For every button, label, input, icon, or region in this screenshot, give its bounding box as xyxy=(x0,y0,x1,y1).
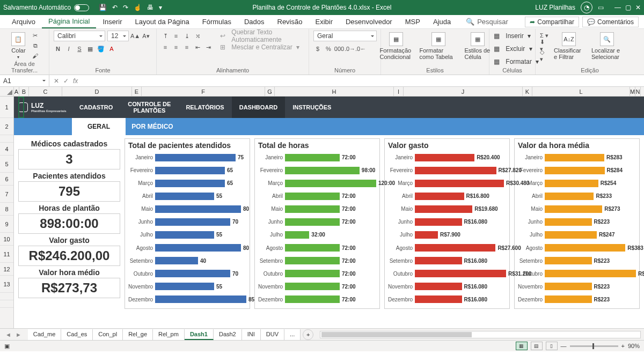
font-size-combo[interactable]: 12 xyxy=(107,31,129,41)
horizontal-scrollbar[interactable] xyxy=(320,331,641,338)
format-as-table-button[interactable]: ▦Formatar como Tabela xyxy=(418,31,459,61)
col-header-E[interactable]: E xyxy=(132,87,142,96)
formula-input[interactable] xyxy=(82,75,644,86)
decrease-decimal-icon[interactable]: .0← xyxy=(356,45,365,53)
subnav-item[interactable]: POR MÉDICO xyxy=(126,118,179,135)
align-bottom-icon[interactable]: ⤓ xyxy=(182,32,191,40)
col-header-N[interactable]: N xyxy=(635,87,641,96)
fill-color-icon[interactable]: 🪣 xyxy=(97,45,105,53)
align-right-icon[interactable]: ≡ xyxy=(182,43,191,51)
font-name-combo[interactable]: Calibri xyxy=(54,31,105,41)
row-headers[interactable]: 1245678910111213 xyxy=(0,97,14,328)
accounting-format-icon[interactable]: $ xyxy=(313,45,322,53)
col-header-J[interactable]: J xyxy=(404,87,523,96)
border-icon[interactable]: ▦ xyxy=(86,45,94,53)
col-header-I[interactable]: I xyxy=(394,87,404,96)
col-header-F[interactable]: F xyxy=(142,87,265,96)
sheet-tab[interactable]: Rel_ge xyxy=(123,329,153,340)
row-header[interactable]: 2 xyxy=(0,118,13,135)
worksheet[interactable]: LUZ Planilhas Empresariais CADASTROCONTR… xyxy=(14,97,644,328)
sheet-tab[interactable]: DUV xyxy=(261,329,284,340)
minimize-icon[interactable]: — xyxy=(614,4,621,11)
zoom-out-button[interactable]: — xyxy=(561,343,567,349)
macro-record-icon[interactable]: ▣ xyxy=(4,343,10,350)
cancel-formula-icon[interactable]: ✕ xyxy=(54,77,59,85)
row-header[interactable]: 5 xyxy=(0,156,13,173)
sheet-tab[interactable]: Cad_me xyxy=(28,329,62,340)
align-top-icon[interactable]: ⤒ xyxy=(161,32,170,40)
row-header[interactable]: 10 xyxy=(0,233,13,246)
italic-icon[interactable]: I xyxy=(64,45,73,53)
underline-icon[interactable]: S xyxy=(75,45,84,53)
touch-mode-icon[interactable]: ☝ xyxy=(134,4,142,11)
zoom-level[interactable]: 90% xyxy=(628,343,640,349)
align-center-icon[interactable]: ≡ xyxy=(172,43,180,51)
comma-format-icon[interactable]: 000 xyxy=(335,45,343,53)
dashnav-item[interactable]: INSTRUÇÕES xyxy=(285,97,339,118)
ribbon-tab-arquivo[interactable]: Arquivo xyxy=(5,15,42,28)
row-header[interactable]: 9 xyxy=(0,216,13,233)
print-icon[interactable]: 🖶 xyxy=(147,4,153,11)
sheet-tab[interactable]: Dash1 xyxy=(185,329,214,340)
ribbon-tab-desenvolvedor[interactable]: Desenvolvedor xyxy=(339,15,399,28)
number-format-combo[interactable]: Geral xyxy=(313,31,377,41)
clear-icon[interactable]: ◇ ▾ xyxy=(540,51,548,60)
delete-cells-button[interactable]: ▦ Excluir ▾ xyxy=(494,44,532,54)
dashnav-item[interactable]: DASHBOARD xyxy=(232,97,286,118)
ribbon-tab-dados[interactable]: Dados xyxy=(238,15,271,28)
format-painter-icon[interactable]: 🖌 xyxy=(31,51,40,60)
ribbon-tab-ajuda[interactable]: Ajuda xyxy=(427,15,457,28)
enter-formula-icon[interactable]: ✓ xyxy=(63,77,69,85)
row-header[interactable] xyxy=(0,300,13,308)
sheet-tab[interactable]: Con_pl xyxy=(93,329,123,340)
row-header[interactable]: 6 xyxy=(0,173,13,186)
ribbon-tab-fórmulas[interactable]: Fórmulas xyxy=(196,15,238,28)
row-header[interactable]: 4 xyxy=(0,143,13,156)
save-icon[interactable]: 💾 xyxy=(99,4,107,11)
col-header-H[interactable]: H xyxy=(275,87,394,96)
paste-button[interactable]: 📋 Colar ▾ xyxy=(9,31,27,61)
sheet-tab[interactable]: Cad_es xyxy=(61,329,93,340)
fx-icon[interactable]: fx xyxy=(73,77,78,85)
col-header-B[interactable]: B xyxy=(19,87,29,96)
increase-indent-icon[interactable]: ⇥ xyxy=(204,43,213,51)
find-select-button[interactable]: 🔍Localizar e Selecionar xyxy=(589,31,625,61)
new-sheet-button[interactable]: + xyxy=(303,329,313,340)
conditional-formatting-button[interactable]: ▦Formatação Condicional xyxy=(378,31,414,61)
zoom-in-button[interactable]: + xyxy=(621,343,625,349)
qat-dropdown-icon[interactable]: ▾ xyxy=(159,4,162,11)
col-header-C[interactable]: C xyxy=(29,87,62,96)
row-header[interactable] xyxy=(0,293,13,300)
row-header[interactable]: 1 xyxy=(0,97,13,118)
col-header-A[interactable]: A xyxy=(14,87,19,96)
format-cells-button[interactable]: ▦ Formatar ▾ xyxy=(494,57,539,67)
col-header-M[interactable]: M xyxy=(630,87,635,96)
wrap-text-button[interactable]: ↩ Quebrar Texto Automaticamente xyxy=(220,31,304,41)
col-header-L[interactable]: L xyxy=(532,87,630,96)
ribbon-display-icon[interactable]: ▭ xyxy=(598,4,604,11)
decrease-font-icon[interactable]: A▾ xyxy=(142,32,150,40)
ribbon-tab-layout-da-página[interactable]: Layout da Página xyxy=(129,15,196,28)
column-headers[interactable]: ABCDEFGHIJKLMN xyxy=(0,87,644,97)
select-all-button[interactable] xyxy=(0,87,14,96)
tab-scroll-left-icon[interactable]: ◄ xyxy=(3,331,13,338)
ribbon-tab-msp[interactable]: MSP xyxy=(399,15,427,28)
cut-icon[interactable]: ✂ xyxy=(31,31,40,40)
page-break-view-button[interactable]: ▯ xyxy=(546,342,558,350)
row-header[interactable] xyxy=(0,135,13,143)
zoom-slider[interactable] xyxy=(570,345,618,347)
increase-decimal-icon[interactable]: .0→ xyxy=(346,45,354,53)
decrease-indent-icon[interactable]: ⇤ xyxy=(193,43,202,51)
close-icon[interactable]: ✕ xyxy=(635,4,641,11)
page-layout-view-button[interactable]: ▤ xyxy=(531,342,543,350)
dashnav-item[interactable]: CADASTRO xyxy=(72,97,120,118)
row-header[interactable]: 11 xyxy=(0,246,13,263)
ribbon-tab-revisão[interactable]: Revisão xyxy=(271,15,309,28)
align-middle-icon[interactable]: ≡ xyxy=(172,32,180,40)
col-header-D[interactable]: D xyxy=(62,87,132,96)
autosave-toggle[interactable]: Salvamento Automático xyxy=(3,4,89,11)
font-color-icon[interactable]: A xyxy=(107,45,116,53)
user-avatar-icon[interactable]: ◔ xyxy=(581,2,592,13)
cell-styles-button[interactable]: ▦Estilos de Célula xyxy=(463,31,493,61)
share-button[interactable]: ➦ Compartilhar xyxy=(525,17,579,27)
